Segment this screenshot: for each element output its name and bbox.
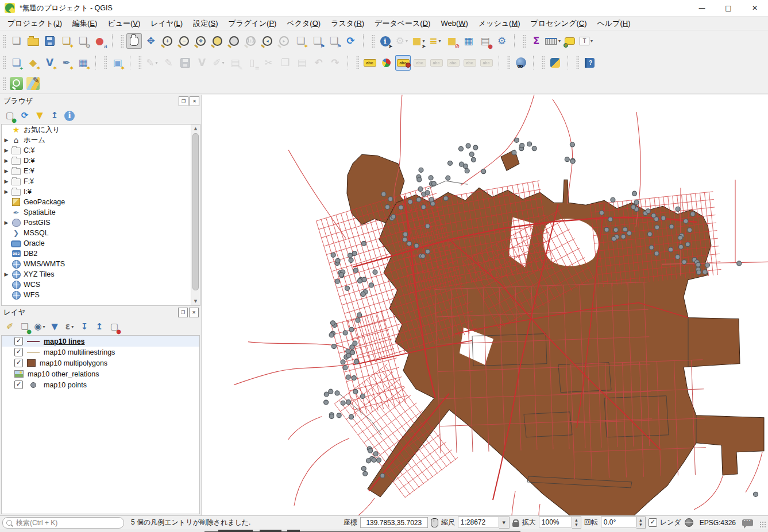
menu-item-plugins[interactable]: プラグイン(P) xyxy=(223,17,282,30)
menu-item-web[interactable]: Web(W) xyxy=(435,18,473,29)
enable-properties-widget-button[interactable]: ℹ xyxy=(63,109,76,123)
layer-visibility-checkbox[interactable]: ✓ xyxy=(14,380,23,389)
save-project-button[interactable] xyxy=(42,33,57,49)
vertex-tool-dropdown-icon[interactable]: ▾ xyxy=(222,60,225,65)
browser-item-oracle[interactable]: Oracle xyxy=(2,238,200,248)
layer-visibility-checkbox[interactable]: ✓ xyxy=(14,337,23,345)
menu-item-vector[interactable]: ベクタ(O) xyxy=(281,17,326,30)
menu-item-layer[interactable]: レイヤ(L) xyxy=(145,17,188,30)
map-tips-button[interactable] xyxy=(562,33,577,49)
magnifier-spinner[interactable]: ▲▼ xyxy=(572,517,581,529)
messages-icon[interactable] xyxy=(742,519,753,526)
select-features-button[interactable]: ■➤▾ xyxy=(411,33,426,49)
layer-labeling-options-button[interactable]: abc xyxy=(362,55,377,71)
layer-item-map10-points[interactable]: ✓map10 points xyxy=(2,379,199,390)
menu-item-help[interactable]: ヘルプ(H) xyxy=(592,17,636,30)
browser-scrollbar[interactable]: ▲ ▼ xyxy=(191,125,200,305)
zoom-out-button[interactable]: − xyxy=(176,33,192,49)
text-annotation-button[interactable]: T▾ xyxy=(578,33,594,49)
add-group-button[interactable]: ❏● xyxy=(18,320,32,334)
current-edits-dropdown-icon[interactable]: ▾ xyxy=(156,60,158,65)
lock-scale-icon[interactable] xyxy=(512,522,519,527)
browser-item-c-[interactable]: ▶C:¥ xyxy=(2,145,200,156)
filter-by-expression-dropdown-icon[interactable]: ▾ xyxy=(71,324,74,329)
new-project-button[interactable]: ❏ xyxy=(9,33,24,49)
coordinate-capture-icon[interactable] xyxy=(431,518,438,527)
metasearch-button[interactable] xyxy=(513,55,528,71)
remove-layer-button[interactable]: ▢● xyxy=(107,320,121,334)
help-contents-button[interactable]: ? xyxy=(582,55,597,71)
collapse-all-button[interactable]: ↥ xyxy=(48,109,61,123)
new-spatialite-layer-button[interactable]: ✒✶ xyxy=(59,55,74,71)
scroll-up-icon[interactable]: ▲ xyxy=(191,125,200,133)
maximize-button[interactable]: □ xyxy=(715,0,742,16)
data-source-manager-button[interactable]: ❏＋ xyxy=(9,55,24,71)
collapse-all-layers-button[interactable]: ↥ xyxy=(92,320,106,334)
open-project-button[interactable] xyxy=(25,33,41,49)
zoom-full-extent-button[interactable]: ✥ xyxy=(193,33,209,49)
menu-item-mesh[interactable]: メッシュ(M) xyxy=(473,17,526,30)
scroll-down-icon[interactable]: ▼ xyxy=(191,297,200,305)
select-by-value-button[interactable]: ≡▾ xyxy=(427,33,443,49)
expand-arrow-icon[interactable]: ▶ xyxy=(2,147,11,153)
menu-item-processing[interactable]: プロセシング(C) xyxy=(526,17,592,30)
zoom-to-selection-button[interactable] xyxy=(210,33,225,49)
layers-float-button[interactable]: ❐ xyxy=(178,308,188,317)
resize-grip[interactable] xyxy=(759,521,767,529)
browser-item-d-[interactable]: ▶D:¥ xyxy=(2,156,200,166)
browser-item-postgis[interactable]: ▶PostGIS xyxy=(2,218,200,228)
browser-item-wcs[interactable]: WCS xyxy=(2,279,200,290)
search-box[interactable] xyxy=(2,517,124,529)
new-spatial-bookmark-button[interactable]: ❏✶ xyxy=(293,33,308,49)
magnifier-input[interactable]: 100% xyxy=(539,517,572,527)
expand-arrow-icon[interactable]: ▶ xyxy=(2,220,11,226)
menu-item-raster[interactable]: ラスタ(R) xyxy=(326,17,369,30)
browser-float-button[interactable]: ❐ xyxy=(179,96,188,106)
menu-item-settings[interactable]: 設定(S) xyxy=(188,17,223,30)
run-feature-action-dropdown-icon[interactable]: ▾ xyxy=(406,38,408,44)
deselect-all-button[interactable]: ■⊘ xyxy=(444,33,460,49)
new-geopackage-layer-button[interactable]: ◆✶ xyxy=(25,55,41,71)
browser-item-wms-wmts[interactable]: WMS/WMTS xyxy=(2,259,200,269)
pan-to-selection-button[interactable]: ✥ xyxy=(143,33,159,49)
coordinate-input[interactable]: 139.7853,35.7023 xyxy=(360,517,428,528)
rotation-spinner[interactable]: ▲▼ xyxy=(636,517,646,529)
layer-item-map10-lines[interactable]: ✓map10 lines xyxy=(2,336,199,347)
map-canvas[interactable] xyxy=(202,95,768,515)
browser-item--[interactable]: ★お気に入り xyxy=(2,125,200,135)
menu-item-database[interactable]: データベース(D) xyxy=(369,17,435,30)
statistics-button[interactable]: ▤● xyxy=(477,33,493,49)
expand-arrow-icon[interactable]: ▶ xyxy=(2,137,11,143)
browser-item-e-[interactable]: ▶E:¥ xyxy=(2,166,200,176)
filter-legend-button[interactable]: ▼ xyxy=(48,320,61,334)
filter-by-expression-button[interactable]: ε▾ xyxy=(63,320,76,334)
layer-visibility-checkbox[interactable]: ✓ xyxy=(14,359,23,367)
layer-visibility-checkbox[interactable]: ✓ xyxy=(14,348,23,356)
minimize-button[interactable]: — xyxy=(689,0,715,16)
identify-features-button[interactable]: ℹ➤ xyxy=(377,33,393,49)
render-checkbox[interactable]: ✓ xyxy=(649,518,657,527)
zoom-in-button[interactable]: + xyxy=(160,33,175,49)
browser-item-spatialite[interactable]: ✒SpatiaLite xyxy=(2,207,200,218)
new-temporary-scratch-layer-button[interactable]: ▣✶ xyxy=(110,55,125,71)
select-by-value-dropdown-icon[interactable]: ▾ xyxy=(439,38,441,44)
browser-item-db2[interactable]: DB2DB2 xyxy=(2,248,200,259)
scale-combo[interactable]: 1:28672 xyxy=(458,517,499,527)
filter-browser-button[interactable]: ▼ xyxy=(33,109,47,123)
measure-line-dropdown-icon[interactable]: ▾ xyxy=(558,38,561,44)
expand-arrow-icon[interactable]: ▶ xyxy=(2,158,11,164)
menu-item-edit[interactable]: 編集(E) xyxy=(67,17,102,30)
text-annotation-dropdown-icon[interactable]: ▾ xyxy=(591,38,593,44)
browser-item-i-[interactable]: ▶I:¥ xyxy=(2,187,200,197)
show-layout-manager-button[interactable]: ❏⚙ xyxy=(75,33,91,49)
expand-all-button[interactable]: ↧ xyxy=(78,320,91,334)
crs-badge[interactable]: EPSG:4326 xyxy=(700,519,736,527)
pan-map-button[interactable] xyxy=(126,33,142,49)
manage-map-themes-dropdown-icon[interactable]: ▾ xyxy=(43,324,45,329)
close-button[interactable]: ✕ xyxy=(742,0,768,16)
menu-item-project[interactable]: プロジェクト(J) xyxy=(2,17,67,30)
style-manager-button[interactable]: ●a xyxy=(92,33,107,49)
zoom-last-button[interactable]: ◂ xyxy=(260,33,275,49)
browser-item--[interactable]: ▶⌂ホーム xyxy=(2,135,200,145)
browser-item-mssql[interactable]: ❯MSSQL xyxy=(2,228,200,238)
